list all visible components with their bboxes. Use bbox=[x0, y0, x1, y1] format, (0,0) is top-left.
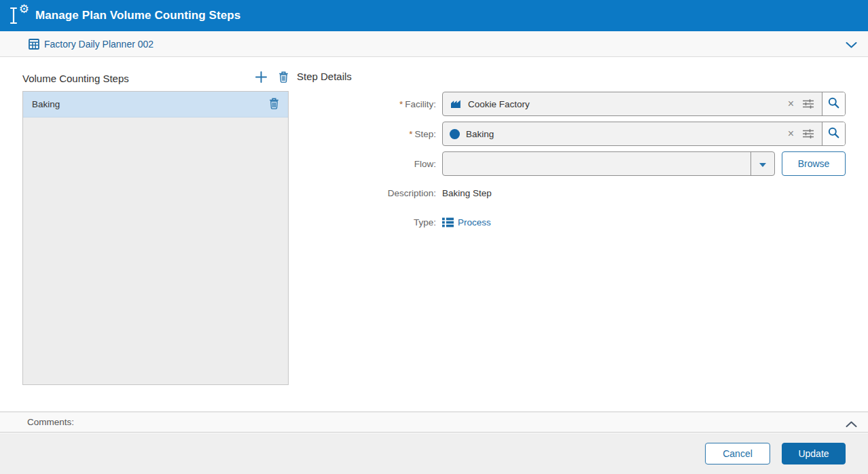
step-search-button[interactable] bbox=[822, 122, 845, 145]
type-value: Process bbox=[442, 217, 491, 227]
filter-sliders-icon[interactable] bbox=[800, 128, 822, 139]
delete-row-button[interactable] bbox=[269, 98, 279, 111]
title-bar: ⚙ Manage Plan Volume Counting Steps bbox=[0, 0, 868, 31]
manage-plan-dialog: ⚙ Manage Plan Volume Counting Steps Fact… bbox=[0, 0, 868, 474]
step-circle-icon bbox=[450, 129, 460, 139]
step-value: Baking bbox=[466, 129, 782, 139]
facility-value: Cookie Factory bbox=[468, 99, 782, 109]
main-content: Volume Counting Steps bbox=[0, 57, 868, 412]
cancel-button[interactable]: Cancel bbox=[705, 443, 770, 464]
description-label: Description: bbox=[297, 188, 442, 198]
caret-down-icon bbox=[759, 158, 766, 170]
type-row: Type: Process bbox=[297, 217, 491, 227]
list-item[interactable]: Baking bbox=[23, 92, 288, 117]
type-value-text: Process bbox=[458, 217, 491, 227]
step-label: *Step: bbox=[297, 129, 442, 139]
flow-row: Flow: Browse bbox=[297, 151, 846, 176]
add-step-button[interactable] bbox=[255, 71, 268, 86]
clear-icon[interactable]: × bbox=[782, 98, 800, 109]
list-item-label: Baking bbox=[32, 99, 258, 109]
search-icon bbox=[828, 127, 839, 141]
type-label: Type: bbox=[297, 217, 442, 227]
facility-search-button[interactable] bbox=[822, 92, 845, 115]
required-asterisk: * bbox=[409, 129, 412, 139]
comments-label: Comments: bbox=[27, 417, 74, 427]
volume-counting-steps-list: Baking bbox=[22, 91, 289, 385]
ibeam-gear-icon: ⚙ bbox=[9, 5, 29, 26]
page-title: Manage Plan Volume Counting Steps bbox=[35, 9, 240, 22]
planner-grid-icon bbox=[29, 39, 39, 50]
factory-icon bbox=[450, 99, 462, 109]
step-row: *Step: Baking × bbox=[297, 122, 846, 146]
facility-field[interactable]: Cookie Factory × bbox=[442, 92, 846, 116]
required-asterisk: * bbox=[399, 99, 403, 109]
search-icon bbox=[828, 97, 839, 111]
delete-step-button[interactable] bbox=[278, 71, 289, 85]
chevron-up-icon[interactable] bbox=[846, 418, 857, 431]
left-panel-title: Volume Counting Steps bbox=[22, 73, 244, 84]
process-list-icon bbox=[442, 217, 454, 227]
clear-icon[interactable]: × bbox=[782, 128, 800, 139]
step-field[interactable]: Baking × bbox=[442, 122, 846, 146]
description-row: Description: Baking Step bbox=[297, 188, 492, 198]
chevron-down-icon[interactable] bbox=[846, 39, 857, 52]
breadcrumb: Factory Daily Planner 002 bbox=[0, 31, 868, 57]
update-button[interactable]: Update bbox=[782, 443, 846, 464]
facility-row: *Facility: Cookie Factory × bbox=[297, 92, 846, 116]
comments-section[interactable]: Comments: bbox=[0, 412, 868, 433]
flow-dropdown[interactable] bbox=[442, 151, 775, 176]
footer-bar: Cancel Update bbox=[0, 433, 868, 474]
gear-icon: ⚙ bbox=[19, 3, 29, 15]
facility-label: *Facility: bbox=[297, 99, 442, 109]
plus-icon bbox=[255, 71, 268, 86]
step-details-title: Step Details bbox=[297, 71, 352, 82]
browse-button[interactable]: Browse bbox=[782, 151, 846, 176]
description-value: Baking Step bbox=[442, 188, 492, 198]
volume-counting-steps-header: Volume Counting Steps bbox=[22, 71, 289, 86]
trash-icon bbox=[269, 98, 279, 111]
breadcrumb-label[interactable]: Factory Daily Planner 002 bbox=[44, 39, 153, 50]
flow-label: Flow: bbox=[297, 159, 442, 169]
filter-sliders-icon[interactable] bbox=[800, 98, 822, 109]
trash-icon bbox=[278, 71, 289, 85]
flow-caret-button[interactable] bbox=[751, 152, 774, 175]
